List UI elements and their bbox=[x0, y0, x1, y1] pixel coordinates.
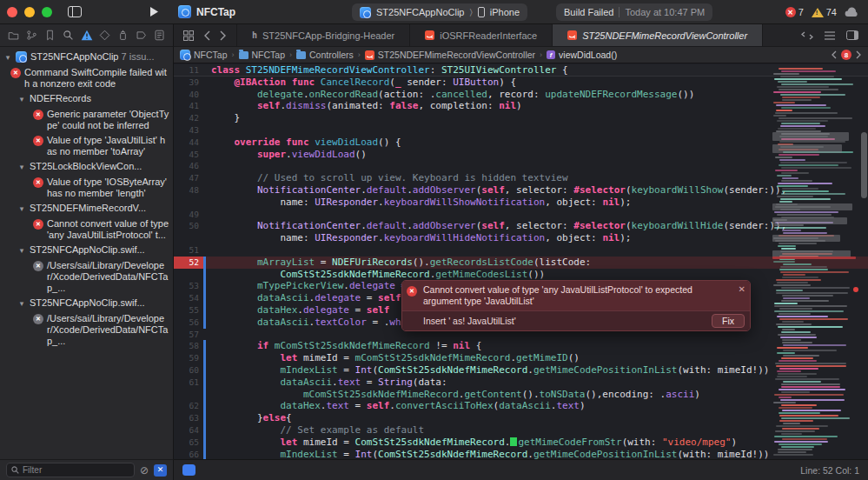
code-line[interactable]: 60 mIndexList = Int(ComStSt25sdkNdefMime… bbox=[174, 364, 868, 377]
issue-navigator-icon[interactable] bbox=[81, 30, 93, 41]
line-number[interactable]: 45 bbox=[174, 149, 203, 161]
code-line[interactable]: 66 mIndexList = Int(ComStSt25sdkNdefMime… bbox=[174, 449, 868, 460]
code-review-icon[interactable] bbox=[801, 31, 813, 40]
cloud-icon[interactable] bbox=[845, 7, 859, 17]
code-line[interactable]: name: UIResponder.keyboardWillShowNotifi… bbox=[174, 197, 868, 209]
line-number[interactable]: 46 bbox=[174, 160, 203, 172]
fix-button[interactable]: Fix bbox=[712, 314, 745, 328]
line-number[interactable]: 53 bbox=[174, 280, 203, 292]
line-number[interactable]: 49 bbox=[174, 209, 203, 221]
line-number[interactable]: 47 bbox=[174, 172, 203, 184]
editor-tab-3[interactable]: ST25NDEFMimeRecordViewController bbox=[553, 24, 763, 46]
code-line[interactable]: 65 let mimeId = ComStSt25sdkNdefMimeReco… bbox=[174, 437, 868, 449]
project-navigator-icon[interactable] bbox=[8, 30, 19, 41]
issue-count-badge[interactable]: 8 bbox=[841, 50, 851, 60]
line-number[interactable]: 40 bbox=[174, 89, 203, 101]
code-line[interactable]: 48 NotificationCenter.default.addObserve… bbox=[174, 184, 868, 197]
line-number[interactable]: 55 bbox=[174, 304, 203, 317]
issue-list-item[interactable]: ✕Command SwiftCompile failed with a nonz… bbox=[0, 65, 173, 91]
issue-group-row[interactable]: ▾ST25LockBlockViewCon... bbox=[0, 159, 173, 175]
code-line[interactable]: mComStSt25sdkNdefMimeRecord.getContent()… bbox=[174, 389, 868, 401]
breadcrumb-item[interactable]: ST25NDEFMimeRecordViewController bbox=[365, 50, 535, 60]
code-line[interactable]: 11class ST25NDEFMimeRecordViewController… bbox=[174, 64, 868, 77]
bookmark-navigator-icon[interactable] bbox=[44, 30, 56, 41]
issue-list-item[interactable]: ✕/Users/sai/Library/Developer/Xcode/Deri… bbox=[0, 258, 173, 296]
code-line[interactable]: 40 delegate.onRecordRead(action: .cancel… bbox=[174, 89, 868, 101]
code-line[interactable]: 41 self.dismiss(animated: false, complet… bbox=[174, 100, 868, 112]
close-window-button[interactable] bbox=[7, 7, 17, 17]
line-number[interactable]: 48 bbox=[174, 184, 203, 197]
line-number[interactable] bbox=[174, 269, 203, 281]
issue-list-item[interactable]: ✕Generic parameter 'ObjectType' could no… bbox=[0, 107, 173, 133]
minimap-toggle-icon[interactable] bbox=[825, 31, 835, 40]
code-line[interactable]: 61 dataAscii.text = String(data: bbox=[174, 377, 868, 389]
line-number[interactable]: 11 bbox=[174, 64, 203, 76]
line-number[interactable]: 51 bbox=[174, 244, 203, 257]
close-icon[interactable]: ✕ bbox=[739, 283, 745, 295]
code-line[interactable]: 52 mArrayList = NDEFUriRecords().getReco… bbox=[174, 257, 868, 269]
report-navigator-icon[interactable] bbox=[154, 30, 165, 41]
issue-list-item[interactable]: ✕Cannot convert value of type 'any JavaU… bbox=[0, 217, 173, 243]
line-number[interactable]: 56 bbox=[174, 317, 203, 329]
project-chip[interactable]: NFCTap bbox=[178, 5, 235, 18]
issue-group-row[interactable]: ▾ST25NDEFMimeRecordV... bbox=[0, 201, 173, 217]
code-line[interactable]: 51 bbox=[174, 244, 868, 257]
warning-count-badge[interactable]: 74 bbox=[812, 7, 837, 17]
breadcrumb-item[interactable]: NFCTap bbox=[180, 50, 228, 60]
scheme-selector[interactable]: ST25NFCAppNoClip 〉 iPhone bbox=[352, 3, 527, 21]
line-number[interactable]: 42 bbox=[174, 112, 203, 124]
go-forward-icon[interactable] bbox=[220, 30, 227, 41]
line-number[interactable]: 65 bbox=[174, 437, 203, 449]
line-number[interactable]: 50 bbox=[174, 220, 203, 232]
issue-group-row[interactable]: ▾ST25NFCAppNoClip.swif... bbox=[0, 296, 173, 311]
debug-navigator-icon[interactable] bbox=[117, 30, 129, 41]
issue-list-item[interactable]: ✕/Users/sai/Library/Developer/Xcode/Deri… bbox=[0, 311, 173, 349]
issue-group-row[interactable]: ▾NDEFRecords bbox=[0, 91, 173, 107]
line-number[interactable]: 52 bbox=[174, 257, 203, 269]
next-issue-icon[interactable] bbox=[856, 50, 862, 59]
error-count-badge[interactable]: ✕ 7 bbox=[785, 7, 804, 17]
line-number[interactable]: 60 bbox=[174, 364, 203, 377]
editor-tab-1[interactable]: hST25NFCApp-Bridging-Header bbox=[236, 24, 410, 46]
minimize-window-button[interactable] bbox=[24, 7, 35, 17]
code-line[interactable]: 45 super.viewDidLoad() bbox=[174, 149, 868, 161]
code-line[interactable]: 62 dataHex.text = self.convertAsciiToHex… bbox=[174, 400, 868, 412]
line-number[interactable]: 44 bbox=[174, 137, 203, 149]
find-navigator-icon[interactable] bbox=[63, 30, 74, 41]
inspector-toggle-icon[interactable] bbox=[846, 30, 858, 40]
line-number[interactable]: 57 bbox=[174, 329, 203, 341]
code-line[interactable]: ComStSt25sdkNdefMimeRecord.getMimeCodesL… bbox=[174, 269, 868, 281]
line-number[interactable]: 62 bbox=[174, 400, 203, 412]
issue-list-item[interactable]: ✕Value of type 'IOSByteArray' has no mem… bbox=[0, 175, 173, 201]
editor-tab-2[interactable]: iOSRFReaderInterface bbox=[410, 24, 553, 46]
line-number[interactable]: 61 bbox=[174, 377, 203, 389]
line-number[interactable]: 63 bbox=[174, 412, 203, 424]
line-number[interactable]: 41 bbox=[174, 100, 203, 112]
code-line[interactable]: 50 NotificationCenter.default.addObserve… bbox=[174, 220, 868, 232]
filter-input[interactable]: Filter bbox=[6, 463, 135, 477]
line-number[interactable]: 43 bbox=[174, 124, 203, 137]
disclosure-triangle-icon[interactable]: ▾ bbox=[17, 244, 26, 257]
scrollbar-thumb[interactable] bbox=[861, 132, 867, 198]
issue-group-row[interactable]: ▾ST25NFCAppNoClip 7 issu... bbox=[0, 50, 173, 65]
breadcrumb-item[interactable]: NFCTap bbox=[239, 50, 286, 60]
breadcrumb-item[interactable]: fviewDidLoad() bbox=[547, 50, 617, 60]
show-latest-issues-icon[interactable]: ✕ bbox=[154, 464, 167, 477]
show-errors-only-icon[interactable]: ⊘ bbox=[140, 465, 149, 476]
code-line[interactable]: 42 } bbox=[174, 112, 868, 124]
breadcrumb-item[interactable]: Controllers bbox=[296, 50, 354, 60]
code-line[interactable]: 49 bbox=[174, 209, 868, 221]
minimap[interactable] bbox=[771, 64, 860, 459]
line-number[interactable]: 64 bbox=[174, 424, 203, 437]
line-number[interactable]: 59 bbox=[174, 352, 203, 364]
disclosure-triangle-icon[interactable]: ▾ bbox=[17, 203, 26, 215]
source-editor[interactable]: 11class ST25NDEFMimeRecordViewController… bbox=[174, 64, 868, 459]
code-line[interactable]: 59 let mimeId = mComStSt25sdkNdefMimeRec… bbox=[174, 352, 868, 364]
breakpoint-navigator-icon[interactable] bbox=[136, 30, 147, 41]
code-line[interactable]: 44 override func viewDidLoad() { bbox=[174, 137, 868, 149]
go-back-icon[interactable] bbox=[203, 30, 210, 41]
line-number[interactable] bbox=[174, 232, 203, 244]
test-navigator-icon[interactable] bbox=[99, 30, 110, 41]
breakpoints-toggle-icon[interactable] bbox=[182, 464, 195, 476]
line-number[interactable] bbox=[174, 197, 203, 209]
